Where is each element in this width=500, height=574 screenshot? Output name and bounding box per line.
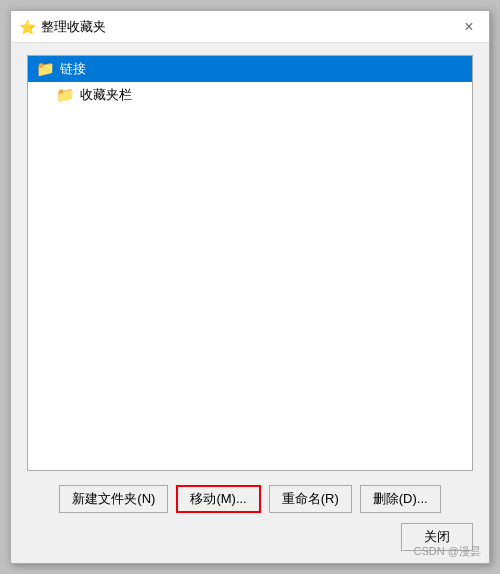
folder-item-links[interactable]: 📁 链接: [28, 56, 472, 82]
title-bar: ⭐ 整理收藏夹 ×: [11, 11, 489, 43]
close-row: 关闭: [27, 523, 473, 551]
folder-icon-favorites-bar: 📁: [56, 86, 74, 104]
new-folder-button[interactable]: 新建文件夹(N): [59, 485, 168, 513]
delete-button[interactable]: 删除(D)...: [360, 485, 441, 513]
organize-favorites-dialog: ⭐ 整理收藏夹 × 📁 链接 📁 收藏夹栏 新建文件夹(N) 移动(M)... …: [10, 10, 490, 564]
action-buttons: 新建文件夹(N) 移动(M)... 重命名(R) 删除(D)...: [27, 485, 473, 513]
folder-label-links: 链接: [60, 60, 86, 78]
close-icon[interactable]: ×: [457, 15, 481, 39]
folder-item-favorites-bar[interactable]: 📁 收藏夹栏: [28, 82, 472, 108]
dialog-icon: ⭐: [19, 19, 35, 35]
rename-button[interactable]: 重命名(R): [269, 485, 352, 513]
move-button[interactable]: 移动(M)...: [176, 485, 260, 513]
folder-list[interactable]: 📁 链接 📁 收藏夹栏: [27, 55, 473, 471]
dialog-content: 📁 链接 📁 收藏夹栏 新建文件夹(N) 移动(M)... 重命名(R) 删除(…: [11, 43, 489, 563]
watermark: CSDN @漫昙: [414, 544, 481, 559]
folder-icon-links: 📁: [36, 60, 54, 78]
folder-label-favorites-bar: 收藏夹栏: [80, 86, 132, 104]
dialog-title: 整理收藏夹: [41, 18, 457, 36]
